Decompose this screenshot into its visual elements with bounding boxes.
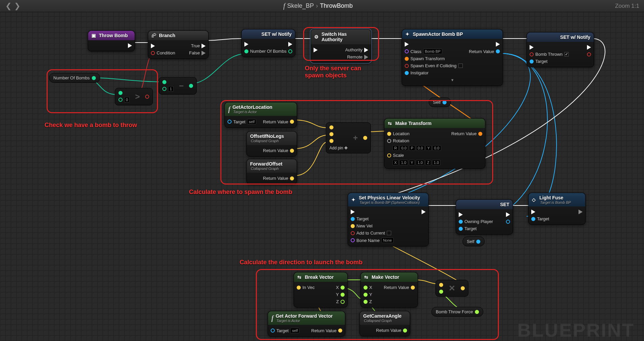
set-title: SET w/ Notify bbox=[262, 31, 292, 37]
instig-label: Instigator bbox=[410, 70, 428, 75]
var-label: Owning Player bbox=[464, 219, 493, 224]
bool-checkbox[interactable] bbox=[564, 52, 569, 56]
bool-out-pin[interactable] bbox=[587, 52, 591, 56]
target-label: Target bbox=[535, 59, 547, 64]
result-pin[interactable] bbox=[189, 84, 193, 88]
self-label: Self bbox=[467, 239, 474, 244]
minus-icon: − bbox=[177, 81, 186, 91]
bone-label: Bone Name bbox=[356, 238, 380, 243]
value-out-pin[interactable] bbox=[288, 49, 292, 53]
val-pin[interactable] bbox=[459, 220, 463, 224]
class-label: Class bbox=[410, 49, 422, 54]
add-pin[interactable] bbox=[351, 231, 355, 235]
branch-icon: ⮳ bbox=[152, 33, 157, 38]
exec-out-pin[interactable] bbox=[128, 43, 132, 48]
target-pin[interactable] bbox=[530, 59, 534, 64]
chevron-right-icon: › bbox=[316, 2, 318, 9]
target-label: Target bbox=[537, 216, 549, 221]
bone-pin[interactable] bbox=[351, 238, 355, 242]
sub: Target is Bomb BP bbox=[540, 200, 571, 204]
exec-in-pin[interactable] bbox=[405, 42, 409, 47]
blueprint-name[interactable]: Skele_BP bbox=[287, 2, 314, 9]
branch-title: Branch bbox=[159, 33, 175, 38]
self-pin[interactable] bbox=[476, 240, 480, 244]
collide-label: Spawn Even if Colliding bbox=[410, 63, 457, 68]
exec-in-pin[interactable] bbox=[530, 45, 534, 50]
exec-in-pin[interactable] bbox=[151, 44, 155, 48]
exec-out-pin[interactable] bbox=[496, 42, 500, 47]
exec-false-pin[interactable] bbox=[202, 51, 206, 55]
condition-label: Condition bbox=[157, 50, 175, 55]
value-in-pin[interactable] bbox=[244, 49, 248, 53]
a-pin[interactable] bbox=[162, 80, 166, 84]
node-set-numbombs[interactable]: SET w/ Notify Number Of Bombs bbox=[241, 29, 295, 57]
node-set-bombthrown[interactable]: SET w/ Notify Bomb Thrown Target bbox=[527, 32, 594, 67]
target-label: Target bbox=[464, 226, 477, 231]
class-value[interactable]: Bomb BP bbox=[423, 49, 442, 54]
exec-in-pin[interactable] bbox=[351, 210, 355, 214]
bone-val[interactable]: None bbox=[381, 238, 394, 243]
transform-pin[interactable] bbox=[405, 57, 409, 61]
event-title: Throw Bomb bbox=[99, 33, 128, 38]
transform-label: Spawn Transform bbox=[410, 56, 445, 61]
var-label: Bomb Thrown bbox=[535, 52, 563, 57]
node-custom-event[interactable]: ▣Throw Bomb bbox=[88, 30, 135, 51]
newvel-pin[interactable] bbox=[351, 224, 355, 228]
add-checkbox[interactable] bbox=[387, 231, 391, 235]
function-icon: f bbox=[283, 2, 285, 10]
b-pin[interactable] bbox=[162, 87, 166, 91]
collide-pin[interactable] bbox=[405, 64, 409, 68]
exec-true-pin[interactable] bbox=[202, 44, 206, 48]
false-label: False bbox=[189, 50, 200, 55]
bool-in-pin[interactable] bbox=[530, 52, 534, 56]
event-icon: ◇ bbox=[532, 197, 537, 202]
var-label: Number Of Bombs bbox=[250, 49, 287, 54]
nav-back-icon[interactable]: ❮ bbox=[5, 2, 11, 10]
exec-out-pin[interactable] bbox=[579, 210, 583, 214]
out-pin[interactable] bbox=[506, 220, 510, 224]
topbar: ❮ ❯ f Skele_BP › ThrowBomb Zoom 1:1 bbox=[0, 0, 644, 12]
sub: Target is Bomb BP (SphereCollision) bbox=[359, 200, 420, 204]
target-pin[interactable] bbox=[351, 217, 355, 221]
exec-out-pin[interactable] bbox=[506, 212, 510, 217]
true-label: True bbox=[191, 43, 200, 48]
annotation-text-3: Calculate where to spawn the bomb bbox=[189, 189, 292, 196]
node-branch[interactable]: ⮳Branch True ConditionFalse bbox=[148, 30, 209, 59]
zoom-indicator: Zoom 1:1 bbox=[610, 3, 644, 9]
annotation-box-3 bbox=[220, 100, 493, 185]
exec-in-pin[interactable] bbox=[244, 42, 248, 47]
title: Set Physics Linear Velocity bbox=[359, 195, 420, 200]
b-value[interactable]: 1 bbox=[168, 86, 173, 92]
spawn-icon: ✦ bbox=[405, 31, 411, 37]
title: Light Fuse bbox=[539, 195, 563, 200]
return-pin[interactable] bbox=[496, 49, 500, 53]
exec-in-pin[interactable] bbox=[459, 212, 463, 217]
collide-checkbox[interactable] bbox=[458, 64, 463, 68]
annotation-text-4: Calculate the direction to launch the bo… bbox=[240, 259, 363, 266]
instigator-pin[interactable] bbox=[405, 71, 409, 75]
exec-out-pin[interactable] bbox=[288, 42, 292, 47]
node-set-physics-velocity[interactable]: ✦Set Physics Linear VelocityTarget is Bo… bbox=[348, 193, 429, 246]
breadcrumb[interactable]: f Skele_BP › ThrowBomb bbox=[26, 2, 610, 10]
node-subtract[interactable]: 1 − bbox=[159, 77, 197, 95]
node-light-fuse[interactable]: ◇Light FuseTarget is Bomb BP Target bbox=[528, 193, 586, 225]
condition-pin[interactable] bbox=[151, 51, 155, 55]
physics-icon: ✦ bbox=[351, 197, 357, 202]
title: SET bbox=[500, 202, 509, 207]
exec-out-pin[interactable] bbox=[422, 210, 426, 214]
node-set-owningplayer[interactable]: SET Owning Player Target bbox=[456, 199, 513, 235]
target-pin[interactable] bbox=[459, 227, 463, 231]
exec-out-pin[interactable] bbox=[587, 45, 591, 50]
exec-in-pin[interactable] bbox=[531, 210, 535, 214]
target-pin[interactable] bbox=[531, 217, 535, 221]
nav-forward-icon[interactable]: ❯ bbox=[14, 2, 20, 10]
node-spawnactor[interactable]: ✦SpawnActor Bomb BP ClassBomb BPReturn V… bbox=[402, 29, 503, 86]
watermark: BLUEPRINT bbox=[517, 319, 635, 341]
class-pin[interactable] bbox=[405, 49, 409, 53]
target-label: Target bbox=[356, 216, 369, 221]
event-icon: ▣ bbox=[91, 33, 97, 38]
node-self-2[interactable]: Self bbox=[462, 237, 485, 246]
annotation-text-1: Check we have a bomb to throw bbox=[45, 122, 137, 129]
function-name[interactable]: ThrowBomb bbox=[320, 2, 353, 9]
expand-icon[interactable]: ▾ bbox=[451, 77, 454, 82]
